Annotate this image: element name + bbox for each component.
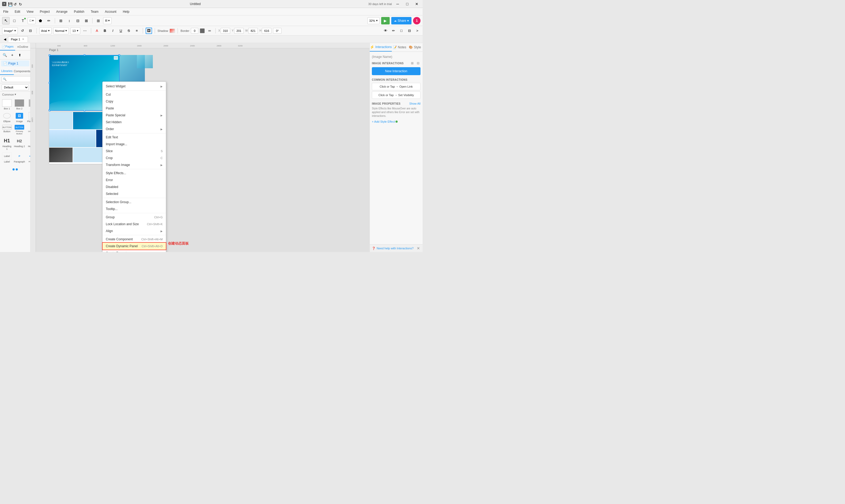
- ctx-style-effects[interactable]: Style Effects...: [103, 170, 166, 177]
- select-tool[interactable]: ↖: [2, 17, 10, 24]
- align-dropdown[interactable]: ⊟ ▾: [103, 17, 111, 24]
- undo-button[interactable]: ↺: [13, 2, 17, 6]
- help-link[interactable]: ❓ Need help with Interactions?: [372, 247, 414, 250]
- zoom-dropdown[interactable]: 32% ▾: [367, 17, 380, 24]
- more-right-btn[interactable]: >: [414, 28, 420, 34]
- ctx-set-hidden[interactable]: Set Hidden: [103, 119, 166, 126]
- layout-tool-2[interactable]: ↕: [66, 17, 73, 24]
- lib-item-box2[interactable]: Box 2: [13, 99, 25, 110]
- bold-btn[interactable]: B: [102, 28, 108, 34]
- font-style-dropdown[interactable]: Normal ▾: [53, 28, 69, 34]
- underline-btn[interactable]: U: [118, 28, 124, 34]
- lib-default-select[interactable]: Default: [2, 85, 29, 90]
- border-style-btn[interactable]: ═: [206, 28, 213, 34]
- lib-item-h3[interactable]: H3 Heading 3: [27, 137, 30, 151]
- pen-tool[interactable]: ⬟: [37, 17, 44, 24]
- ctx-lock-location[interactable]: Lock Location and Size Ctrl+Shift+K: [103, 221, 166, 228]
- ctx-disabled[interactable]: Disabled: [103, 183, 166, 191]
- lib-item-primary-button[interactable]: BUTTON Primary Button: [13, 124, 25, 136]
- pages-more-btn[interactable]: ⬆: [16, 52, 23, 58]
- border-color-swatch[interactable]: [200, 29, 205, 33]
- pages-search-btn[interactable]: 🔍: [2, 52, 8, 58]
- redo-button[interactable]: ↻: [19, 2, 22, 6]
- align-tool-1[interactable]: ⊞: [94, 17, 102, 24]
- ctx-paste-special[interactable]: Paste Special ▶: [103, 112, 166, 119]
- ctx-import-image[interactable]: Import Image...: [103, 141, 166, 148]
- save-button[interactable]: 💾: [8, 2, 12, 6]
- ctx-select-widget[interactable]: Select Widget ▶: [103, 83, 166, 90]
- play-button[interactable]: ▶: [381, 17, 390, 24]
- new-interaction-button[interactable]: New Interaction: [372, 67, 420, 75]
- ctx-create-repeater[interactable]: Create Repeater Ctrl+Shift+Alt+R: [103, 250, 166, 252]
- share-button[interactable]: ☁ Share ▾: [391, 17, 412, 24]
- ctx-create-component[interactable]: Create Component Ctrl+Shift+Alt+M: [103, 236, 166, 243]
- ctx-tooltip[interactable]: Tooltip...: [103, 205, 166, 213]
- lib-item-hr[interactable]: Horizontal Line: [27, 152, 30, 166]
- tab-page1[interactable]: Page 1 ✕: [8, 36, 28, 42]
- image-btn[interactable]: 🖼: [146, 28, 152, 34]
- click-open-link-btn[interactable]: Click or Tap → Open Link: [372, 83, 420, 90]
- add-page-btn[interactable]: +: [9, 52, 15, 58]
- align-btn[interactable]: ≡: [134, 28, 140, 34]
- font-family-dropdown[interactable]: Arial ▾: [39, 28, 52, 34]
- rectangle-tool[interactable]: □: [11, 17, 18, 24]
- ctx-paste[interactable]: Paste: [103, 105, 166, 112]
- ctx-cut[interactable]: Cut: [103, 91, 166, 98]
- tab-close-btn[interactable]: ✕: [21, 37, 25, 41]
- lib-item-placeholder[interactable]: ☐ Placeholder: [27, 111, 30, 123]
- interactions-tab[interactable]: ⚡ Interactions: [370, 43, 392, 52]
- text-tool[interactable]: T: [19, 17, 27, 24]
- maximize-button[interactable]: □: [403, 0, 411, 8]
- ctx-crop[interactable]: Crop C: [103, 155, 166, 161]
- menu-edit[interactable]: Edit: [14, 9, 21, 14]
- resize-btn[interactable]: □: [398, 28, 404, 34]
- h-input[interactable]: [262, 28, 271, 34]
- ctx-order[interactable]: Order ▶: [103, 126, 166, 132]
- italic-btn[interactable]: I: [110, 28, 116, 34]
- lib-item-h1[interactable]: H1 Heading 1: [2, 137, 12, 151]
- shape-dropdown[interactable]: □ ▾: [28, 17, 36, 24]
- lib-item-ellipse[interactable]: Ellipse: [2, 111, 12, 123]
- external-icon-btn[interactable]: ⊟: [416, 61, 420, 66]
- menu-account[interactable]: Account: [104, 9, 118, 14]
- menu-view[interactable]: View: [25, 9, 35, 14]
- minimize-button[interactable]: ─: [394, 0, 401, 8]
- draw-tool[interactable]: ✏: [45, 17, 53, 24]
- history-icon-btn[interactable]: ⊟: [28, 28, 34, 34]
- page-item-1[interactable]: 📄 Page 1: [1, 60, 29, 66]
- border-value-input[interactable]: [191, 28, 198, 34]
- add-style-effect-btn[interactable]: + Add Style Effect: [372, 120, 420, 123]
- lib-item-box1[interactable]: Box 1: [2, 99, 12, 110]
- click-set-visibility-btn[interactable]: Click or Tap → Set Visibility: [372, 91, 420, 99]
- close-button[interactable]: ✕: [413, 0, 420, 8]
- libraries-tab[interactable]: Libraries: [0, 68, 14, 75]
- widget-menu-btn[interactable]: ⋯: [114, 56, 118, 60]
- show-all-button[interactable]: Show All: [409, 102, 420, 105]
- ctx-align[interactable]: Align ▶: [103, 228, 166, 234]
- more-options-btn[interactable]: ⋯: [82, 28, 88, 34]
- user-avatar[interactable]: 1: [413, 17, 420, 24]
- ctx-slice[interactable]: Slice S: [103, 148, 166, 155]
- ctx-copy[interactable]: Copy: [103, 98, 166, 105]
- ctx-create-dynamic-panel[interactable]: Create Dynamic Panel Ctrl+Shift+Alt+D: [103, 243, 166, 250]
- tab-scroll-left[interactable]: ◀: [2, 37, 7, 42]
- lib-item-h2[interactable]: H2 Heading 2: [13, 137, 25, 151]
- lib-item-image[interactable]: 🖼 Image: [13, 111, 25, 123]
- menu-file[interactable]: File: [2, 9, 9, 14]
- menu-help[interactable]: Help: [122, 9, 131, 14]
- ctx-error[interactable]: Error: [103, 177, 166, 183]
- y-input[interactable]: [234, 28, 244, 34]
- shadow-color-btn[interactable]: [170, 29, 175, 33]
- history-back-btn[interactable]: ↺: [19, 28, 26, 34]
- pages-tab[interactable]: 📄 Pages: [0, 43, 15, 51]
- text-color-btn[interactable]: A: [94, 28, 100, 34]
- help-close-button[interactable]: ✕: [416, 246, 420, 250]
- visibility-btn[interactable]: 👁: [382, 28, 389, 34]
- element-type-dropdown[interactable]: Image* ▾: [2, 28, 18, 34]
- menu-publish[interactable]: Publish: [73, 9, 85, 14]
- ctx-selection-group[interactable]: Selection Group...: [103, 199, 166, 205]
- x-input[interactable]: [221, 28, 230, 34]
- components-tab[interactable]: Components: [14, 68, 30, 75]
- grid-btn[interactable]: ⊟: [406, 28, 413, 34]
- menu-arrange[interactable]: Arrange: [55, 9, 69, 14]
